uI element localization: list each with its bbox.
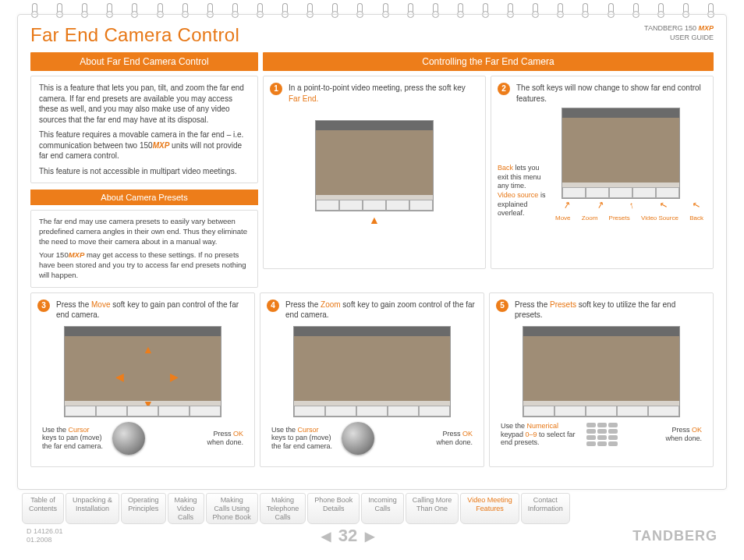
prev-page-icon[interactable]: ◀ — [321, 529, 331, 544]
device-screenshot — [315, 120, 434, 211]
next-page-icon[interactable]: ▶ — [365, 529, 374, 544]
control-knob-icon — [342, 422, 374, 455]
softkey-label: Zoom — [582, 214, 597, 223]
tab-phonebook-calls[interactable]: Making Calls Using Phone Book — [206, 493, 258, 524]
product-label: TANDBERG 150 MXP USER GUIDE — [644, 24, 714, 42]
step-5-card: 5 Press the Presets soft key to utilize … — [489, 292, 714, 467]
nav-tabs: Table of Contents Unpacking & Installati… — [17, 493, 727, 524]
softkey-label: Move — [555, 214, 571, 223]
step-3-card: 3 Press the Move soft key to gain pan co… — [30, 292, 255, 467]
step-1-card: 1 In a point-to-point video meeting, pre… — [263, 76, 486, 269]
softkey-label: Back — [689, 214, 703, 223]
step-number-icon: 4 — [267, 299, 279, 312]
step-number-icon: 2 — [498, 83, 510, 95]
tab-incoming[interactable]: Incoming Calls — [361, 493, 404, 524]
tab-telephone-calls[interactable]: Making Telephone Calls — [260, 493, 306, 524]
step-2-side-note: Back lets you exit this menu any time. V… — [498, 164, 551, 218]
step-number-icon: 5 — [496, 299, 508, 312]
page-title: Far End Camera Control — [30, 24, 239, 46]
step-4-card: 4 Press the Zoom soft key to gain zoom c… — [260, 292, 484, 467]
device-screenshot — [293, 326, 451, 417]
doc-id: D 14126.0101.2008 — [27, 527, 63, 545]
keypad-icon — [586, 423, 618, 446]
step-number-icon: 3 — [37, 299, 50, 312]
device-screenshot: ▲◀▶▼ — [64, 326, 221, 417]
tab-multi-call[interactable]: Calling More Than One — [406, 493, 459, 524]
tab-phonebook-details[interactable]: Phone Book Details — [307, 493, 360, 524]
brand-logo: TANDBERG — [632, 528, 717, 544]
tab-toc[interactable]: Table of Contents — [22, 493, 64, 524]
section-heading-controlling: Controlling the Far End Camera — [263, 52, 714, 71]
section-heading-about: About Far End Camera Control — [30, 52, 258, 71]
presets-card: The far end may use camera presets to ea… — [30, 210, 258, 288]
softkey-label: Presets — [609, 214, 630, 223]
tab-video-meeting-features[interactable]: Video Meeting Features — [460, 493, 519, 524]
step-2-card: 2 The soft keys will now change to show … — [491, 76, 714, 269]
presets-heading: About Camera Presets — [30, 190, 258, 205]
page-number: 32 — [338, 526, 357, 546]
device-screenshot — [523, 326, 680, 417]
about-card: This is a feature that lets you pan, til… — [30, 76, 258, 183]
device-screenshot — [562, 108, 680, 199]
tab-contact[interactable]: Contact Information — [521, 493, 570, 524]
tab-video-calls[interactable]: Making Video Calls — [168, 493, 204, 524]
step-number-icon: 1 — [270, 83, 282, 95]
softkey-label: Video Source — [641, 214, 678, 223]
tab-operating[interactable]: Operating Principles — [121, 493, 166, 524]
control-knob-icon — [112, 422, 145, 455]
tab-unpacking[interactable]: Unpacking & Installation — [66, 493, 119, 524]
